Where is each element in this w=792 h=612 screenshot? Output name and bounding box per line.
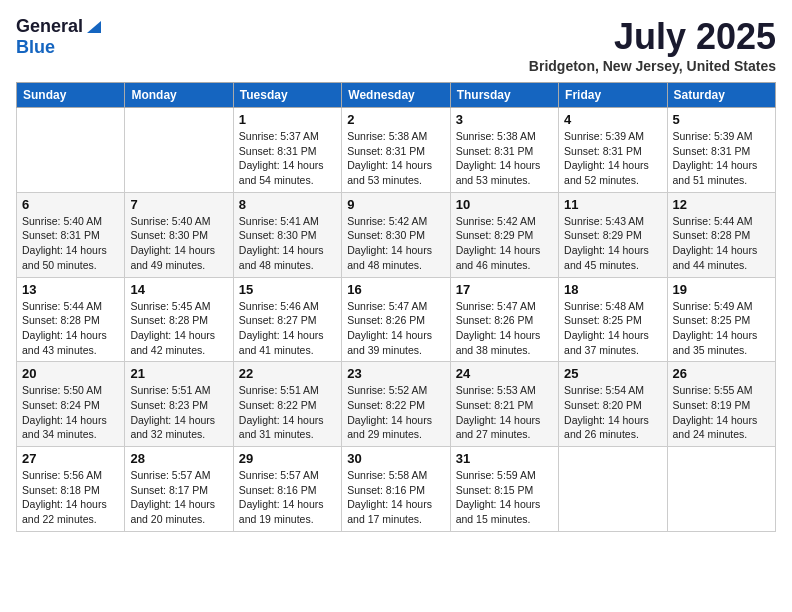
calendar-cell: 11Sunrise: 5:43 AMSunset: 8:29 PMDayligh…	[559, 192, 667, 277]
cell-day-number: 4	[564, 112, 661, 127]
cell-sun-info: Sunrise: 5:58 AMSunset: 8:16 PMDaylight:…	[347, 468, 444, 527]
calendar-cell: 5Sunrise: 5:39 AMSunset: 8:31 PMDaylight…	[667, 108, 775, 193]
cell-sun-info: Sunrise: 5:40 AMSunset: 8:30 PMDaylight:…	[130, 214, 227, 273]
cell-day-number: 12	[673, 197, 770, 212]
cell-day-number: 9	[347, 197, 444, 212]
cell-sun-info: Sunrise: 5:57 AMSunset: 8:16 PMDaylight:…	[239, 468, 336, 527]
cell-sun-info: Sunrise: 5:52 AMSunset: 8:22 PMDaylight:…	[347, 383, 444, 442]
calendar-cell: 24Sunrise: 5:53 AMSunset: 8:21 PMDayligh…	[450, 362, 558, 447]
cell-day-number: 2	[347, 112, 444, 127]
cell-day-number: 13	[22, 282, 119, 297]
weekday-header-thursday: Thursday	[450, 83, 558, 108]
cell-day-number: 5	[673, 112, 770, 127]
calendar-week-row: 20Sunrise: 5:50 AMSunset: 8:24 PMDayligh…	[17, 362, 776, 447]
cell-day-number: 27	[22, 451, 119, 466]
calendar-cell: 4Sunrise: 5:39 AMSunset: 8:31 PMDaylight…	[559, 108, 667, 193]
calendar-cell: 26Sunrise: 5:55 AMSunset: 8:19 PMDayligh…	[667, 362, 775, 447]
cell-day-number: 8	[239, 197, 336, 212]
calendar-cell: 19Sunrise: 5:49 AMSunset: 8:25 PMDayligh…	[667, 277, 775, 362]
calendar-cell: 25Sunrise: 5:54 AMSunset: 8:20 PMDayligh…	[559, 362, 667, 447]
cell-sun-info: Sunrise: 5:47 AMSunset: 8:26 PMDaylight:…	[456, 299, 553, 358]
calendar-cell: 1Sunrise: 5:37 AMSunset: 8:31 PMDaylight…	[233, 108, 341, 193]
calendar-cell	[559, 447, 667, 532]
calendar-cell: 27Sunrise: 5:56 AMSunset: 8:18 PMDayligh…	[17, 447, 125, 532]
cell-sun-info: Sunrise: 5:37 AMSunset: 8:31 PMDaylight:…	[239, 129, 336, 188]
calendar-cell: 17Sunrise: 5:47 AMSunset: 8:26 PMDayligh…	[450, 277, 558, 362]
calendar-cell: 28Sunrise: 5:57 AMSunset: 8:17 PMDayligh…	[125, 447, 233, 532]
calendar-cell: 29Sunrise: 5:57 AMSunset: 8:16 PMDayligh…	[233, 447, 341, 532]
cell-day-number: 15	[239, 282, 336, 297]
cell-sun-info: Sunrise: 5:46 AMSunset: 8:27 PMDaylight:…	[239, 299, 336, 358]
cell-sun-info: Sunrise: 5:49 AMSunset: 8:25 PMDaylight:…	[673, 299, 770, 358]
cell-day-number: 7	[130, 197, 227, 212]
calendar-cell	[125, 108, 233, 193]
logo-general-text: General	[16, 16, 83, 37]
cell-day-number: 19	[673, 282, 770, 297]
cell-sun-info: Sunrise: 5:40 AMSunset: 8:31 PMDaylight:…	[22, 214, 119, 273]
calendar-cell: 30Sunrise: 5:58 AMSunset: 8:16 PMDayligh…	[342, 447, 450, 532]
calendar-cell: 12Sunrise: 5:44 AMSunset: 8:28 PMDayligh…	[667, 192, 775, 277]
weekday-header-saturday: Saturday	[667, 83, 775, 108]
cell-sun-info: Sunrise: 5:39 AMSunset: 8:31 PMDaylight:…	[673, 129, 770, 188]
calendar-cell: 8Sunrise: 5:41 AMSunset: 8:30 PMDaylight…	[233, 192, 341, 277]
cell-sun-info: Sunrise: 5:56 AMSunset: 8:18 PMDaylight:…	[22, 468, 119, 527]
calendar-cell: 23Sunrise: 5:52 AMSunset: 8:22 PMDayligh…	[342, 362, 450, 447]
logo-triangle-icon	[85, 17, 103, 35]
cell-sun-info: Sunrise: 5:44 AMSunset: 8:28 PMDaylight:…	[673, 214, 770, 273]
calendar-cell: 10Sunrise: 5:42 AMSunset: 8:29 PMDayligh…	[450, 192, 558, 277]
calendar-location: Bridgeton, New Jersey, United States	[529, 58, 776, 74]
calendar-title: July 2025	[529, 16, 776, 58]
cell-day-number: 29	[239, 451, 336, 466]
cell-day-number: 3	[456, 112, 553, 127]
cell-day-number: 25	[564, 366, 661, 381]
cell-sun-info: Sunrise: 5:47 AMSunset: 8:26 PMDaylight:…	[347, 299, 444, 358]
cell-day-number: 16	[347, 282, 444, 297]
weekday-header-friday: Friday	[559, 83, 667, 108]
cell-sun-info: Sunrise: 5:42 AMSunset: 8:30 PMDaylight:…	[347, 214, 444, 273]
cell-sun-info: Sunrise: 5:39 AMSunset: 8:31 PMDaylight:…	[564, 129, 661, 188]
cell-sun-info: Sunrise: 5:55 AMSunset: 8:19 PMDaylight:…	[673, 383, 770, 442]
calendar-cell: 6Sunrise: 5:40 AMSunset: 8:31 PMDaylight…	[17, 192, 125, 277]
cell-sun-info: Sunrise: 5:42 AMSunset: 8:29 PMDaylight:…	[456, 214, 553, 273]
cell-sun-info: Sunrise: 5:48 AMSunset: 8:25 PMDaylight:…	[564, 299, 661, 358]
weekday-header-tuesday: Tuesday	[233, 83, 341, 108]
cell-sun-info: Sunrise: 5:51 AMSunset: 8:22 PMDaylight:…	[239, 383, 336, 442]
cell-day-number: 11	[564, 197, 661, 212]
calendar-week-row: 1Sunrise: 5:37 AMSunset: 8:31 PMDaylight…	[17, 108, 776, 193]
cell-day-number: 22	[239, 366, 336, 381]
calendar-cell: 22Sunrise: 5:51 AMSunset: 8:22 PMDayligh…	[233, 362, 341, 447]
cell-sun-info: Sunrise: 5:44 AMSunset: 8:28 PMDaylight:…	[22, 299, 119, 358]
calendar-cell: 15Sunrise: 5:46 AMSunset: 8:27 PMDayligh…	[233, 277, 341, 362]
calendar-cell: 9Sunrise: 5:42 AMSunset: 8:30 PMDaylight…	[342, 192, 450, 277]
calendar-cell: 3Sunrise: 5:38 AMSunset: 8:31 PMDaylight…	[450, 108, 558, 193]
cell-sun-info: Sunrise: 5:54 AMSunset: 8:20 PMDaylight:…	[564, 383, 661, 442]
calendar-week-row: 13Sunrise: 5:44 AMSunset: 8:28 PMDayligh…	[17, 277, 776, 362]
logo-blue-text: Blue	[16, 37, 55, 57]
calendar-cell: 18Sunrise: 5:48 AMSunset: 8:25 PMDayligh…	[559, 277, 667, 362]
cell-day-number: 20	[22, 366, 119, 381]
cell-day-number: 30	[347, 451, 444, 466]
cell-day-number: 18	[564, 282, 661, 297]
calendar-cell: 21Sunrise: 5:51 AMSunset: 8:23 PMDayligh…	[125, 362, 233, 447]
calendar-week-row: 6Sunrise: 5:40 AMSunset: 8:31 PMDaylight…	[17, 192, 776, 277]
weekday-header-wednesday: Wednesday	[342, 83, 450, 108]
calendar-cell: 16Sunrise: 5:47 AMSunset: 8:26 PMDayligh…	[342, 277, 450, 362]
cell-sun-info: Sunrise: 5:57 AMSunset: 8:17 PMDaylight:…	[130, 468, 227, 527]
logo: General Blue	[16, 16, 103, 58]
cell-day-number: 6	[22, 197, 119, 212]
calendar-week-row: 27Sunrise: 5:56 AMSunset: 8:18 PMDayligh…	[17, 447, 776, 532]
cell-day-number: 21	[130, 366, 227, 381]
calendar-cell: 7Sunrise: 5:40 AMSunset: 8:30 PMDaylight…	[125, 192, 233, 277]
cell-day-number: 17	[456, 282, 553, 297]
cell-sun-info: Sunrise: 5:45 AMSunset: 8:28 PMDaylight:…	[130, 299, 227, 358]
cell-day-number: 14	[130, 282, 227, 297]
calendar-cell: 2Sunrise: 5:38 AMSunset: 8:31 PMDaylight…	[342, 108, 450, 193]
weekday-header-monday: Monday	[125, 83, 233, 108]
cell-sun-info: Sunrise: 5:41 AMSunset: 8:30 PMDaylight:…	[239, 214, 336, 273]
cell-day-number: 23	[347, 366, 444, 381]
svg-marker-0	[87, 21, 101, 33]
weekday-header-row: SundayMondayTuesdayWednesdayThursdayFrid…	[17, 83, 776, 108]
title-block: July 2025 Bridgeton, New Jersey, United …	[529, 16, 776, 74]
cell-sun-info: Sunrise: 5:38 AMSunset: 8:31 PMDaylight:…	[456, 129, 553, 188]
cell-sun-info: Sunrise: 5:59 AMSunset: 8:15 PMDaylight:…	[456, 468, 553, 527]
